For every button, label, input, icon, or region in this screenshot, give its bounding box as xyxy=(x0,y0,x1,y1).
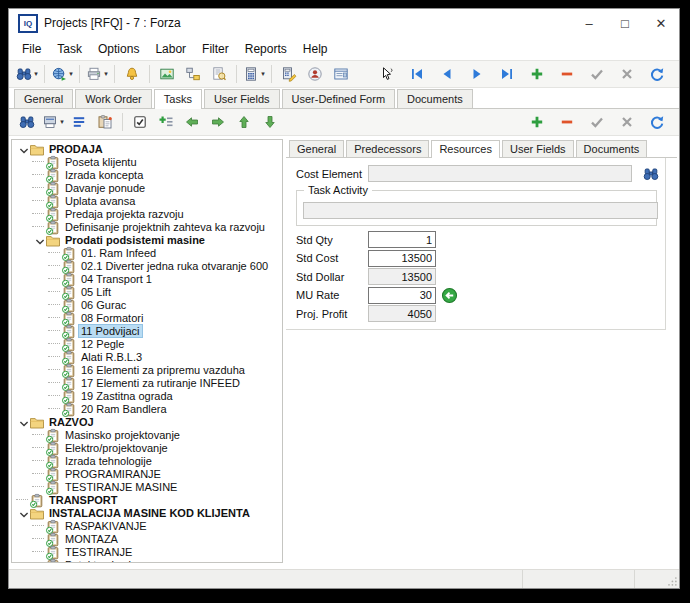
tree-item-uplata-avansa[interactable]: Uplata avansa xyxy=(12,194,282,207)
expander[interactable] xyxy=(32,234,45,246)
tab-user-defined-form[interactable]: User-Defined Form xyxy=(282,89,396,108)
menu-filter[interactable]: Filter xyxy=(194,39,237,59)
tree-item-11-podvijaci[interactable]: 11 Podvijaci xyxy=(12,324,282,337)
form-button[interactable] xyxy=(328,63,354,85)
menu-help[interactable]: Help xyxy=(295,39,336,59)
pointer-button[interactable] xyxy=(374,63,400,85)
arrow-down-button[interactable] xyxy=(257,111,283,133)
tree-item-alati-r-b-l-3[interactable]: Alati R.B.L.3 xyxy=(12,350,282,363)
tree-item-20-ram-bandlera[interactable]: 20 Ram Bandlera xyxy=(12,402,282,415)
tree-item-raspakivanje[interactable]: RASPAKIVANJE xyxy=(12,519,282,532)
calculator-button[interactable]: ▾ xyxy=(241,63,267,85)
mu-rate-apply-button[interactable] xyxy=(441,287,458,304)
arrow-right-button[interactable] xyxy=(205,111,231,133)
arrow-up-button[interactable] xyxy=(231,111,257,133)
menu-labor[interactable]: Labor xyxy=(147,39,194,59)
cancel-button[interactable] xyxy=(614,111,640,133)
arrow-left-button[interactable] xyxy=(179,111,205,133)
cancel-button[interactable] xyxy=(614,63,640,85)
resize-grip[interactable] xyxy=(666,575,678,587)
tree-item-razvoj[interactable]: RAZVOJ xyxy=(12,415,282,428)
menu-options[interactable]: Options xyxy=(90,39,147,59)
nav-first-button[interactable] xyxy=(404,63,430,85)
std-qty-input[interactable] xyxy=(368,231,436,248)
calc-edit-button[interactable] xyxy=(276,63,302,85)
tree-item-poseta-klijentu[interactable]: Poseta klijentu xyxy=(12,155,282,168)
tree-item-02-1-diverter-jedna-ruka-otvaranje-600[interactable]: 02.1 Diverter jedna ruka otvaranje 600 xyxy=(12,259,282,272)
tab-work-order[interactable]: Work Order xyxy=(75,89,152,108)
insert-task-button[interactable] xyxy=(153,111,179,133)
globe-sync-button[interactable]: ▾ xyxy=(49,63,75,85)
tree-item-prodati-podsistemi-masine[interactable]: Prodati podsistemi masine xyxy=(12,233,282,246)
mu-rate-input[interactable] xyxy=(368,287,436,304)
delete-button[interactable] xyxy=(554,63,580,85)
menu-task[interactable]: Task xyxy=(49,39,90,59)
print-button[interactable]: ▾ xyxy=(84,63,110,85)
user-button[interactable] xyxy=(302,63,328,85)
tree-item-putni-troskovi[interactable]: Putni troskovi xyxy=(12,558,282,563)
hierarchy-button[interactable] xyxy=(180,63,206,85)
menu-reports[interactable]: Reports xyxy=(237,39,295,59)
outline-button[interactable] xyxy=(66,111,92,133)
tree-item-17-elementi-za-rutiranje-infeed[interactable]: 17 Elementi za rutiranje INFEED xyxy=(12,376,282,389)
preview-button[interactable] xyxy=(206,63,232,85)
tab-documents[interactable]: Documents xyxy=(576,140,648,157)
dropdown-arrow-icon[interactable]: ▾ xyxy=(261,70,265,78)
delete-button[interactable] xyxy=(554,111,580,133)
paste-button[interactable] xyxy=(92,111,118,133)
tree-item-16-elementi-za-pripremu-vazduha[interactable]: 16 Elementi za pripremu vazduha xyxy=(12,363,282,376)
cost-element-find-button[interactable] xyxy=(641,165,661,183)
nav-last-button[interactable] xyxy=(494,63,520,85)
tree-item-izrada-tehnologije[interactable]: Izrada tehnologije xyxy=(12,454,282,467)
tree-item-predaja-projekta-razvoju[interactable]: Predaja projekta razvoju xyxy=(12,207,282,220)
tree-item-montaza[interactable]: MONTAZA xyxy=(12,532,282,545)
bell-button[interactable] xyxy=(119,63,145,85)
tree-item-06-gurac[interactable]: 06 Gurac xyxy=(12,298,282,311)
tree-item-masinsko-projektovanje[interactable]: Masinsko projektovanje xyxy=(12,428,282,441)
dropdown-arrow-icon[interactable]: ▾ xyxy=(69,70,73,78)
tree-item-testiranje-masine[interactable]: TESTIRANJE MASINE xyxy=(12,480,282,493)
tree-item-definisanje-projektnih-zahteva-ka-razvoju[interactable]: Definisanje projektnih zahteva ka razvoj… xyxy=(12,220,282,233)
nav-prev-button[interactable] xyxy=(434,63,460,85)
tree-item-instalacija-masine-kod-klijenta[interactable]: INSTALACIJA MASINE KOD KLIJENTA xyxy=(12,506,282,519)
expander[interactable] xyxy=(16,507,29,519)
tab-resources[interactable]: Resources xyxy=(431,140,500,158)
post-button[interactable] xyxy=(584,111,610,133)
print-layout-button[interactable]: ▾ xyxy=(40,111,66,133)
tab-user-fields[interactable]: User Fields xyxy=(502,140,574,157)
tab-user-fields[interactable]: User Fields xyxy=(204,89,280,108)
add-button[interactable] xyxy=(524,63,550,85)
close-button[interactable]: ✕ xyxy=(643,9,679,37)
menu-file[interactable]: File xyxy=(14,39,49,59)
tree-item-davanje-ponude[interactable]: Davanje ponude xyxy=(12,181,282,194)
tab-general[interactable]: General xyxy=(14,89,73,108)
find-button[interactable] xyxy=(14,111,40,133)
dropdown-arrow-icon[interactable]: ▾ xyxy=(104,70,108,78)
add-button[interactable] xyxy=(524,111,550,133)
tree-item-prodaja[interactable]: PRODAJA xyxy=(12,142,282,155)
refresh-button[interactable] xyxy=(644,111,670,133)
tree-item-testiranje[interactable]: TESTIRANJE xyxy=(12,545,282,558)
nav-next-button[interactable] xyxy=(464,63,490,85)
tree-item-08-formatori[interactable]: 08 Formatori xyxy=(12,311,282,324)
find-button[interactable]: ▾ xyxy=(14,63,40,85)
tree-item-transport[interactable]: TRANSPORT xyxy=(12,493,282,506)
std-cost-input[interactable] xyxy=(368,250,436,267)
tab-tasks[interactable]: Tasks xyxy=(154,89,202,109)
tab-predecessors[interactable]: Predecessors xyxy=(346,140,429,157)
post-button[interactable] xyxy=(584,63,610,85)
tab-documents[interactable]: Documents xyxy=(397,89,473,108)
tree-item-12-pegle[interactable]: 12 Pegle xyxy=(12,337,282,350)
tree-item-19-zastitna-ograda[interactable]: 19 Zastitna ograda xyxy=(12,389,282,402)
expander[interactable] xyxy=(16,416,29,428)
checklist-button[interactable] xyxy=(127,111,153,133)
images-button[interactable] xyxy=(154,63,180,85)
tree-item-izrada-koncepta[interactable]: Izrada koncepta xyxy=(12,168,282,181)
tree-item-04-transport-1[interactable]: 04 Transport 1 xyxy=(12,272,282,285)
maximize-button[interactable]: □ xyxy=(607,9,643,37)
tree-item-programiranje[interactable]: PROGRAMIRANJE xyxy=(12,467,282,480)
dropdown-arrow-icon[interactable]: ▾ xyxy=(60,118,64,126)
refresh-button[interactable] xyxy=(644,63,670,85)
tab-general[interactable]: General xyxy=(289,140,344,157)
tree-item-05-lift[interactable]: 05 Lift xyxy=(12,285,282,298)
